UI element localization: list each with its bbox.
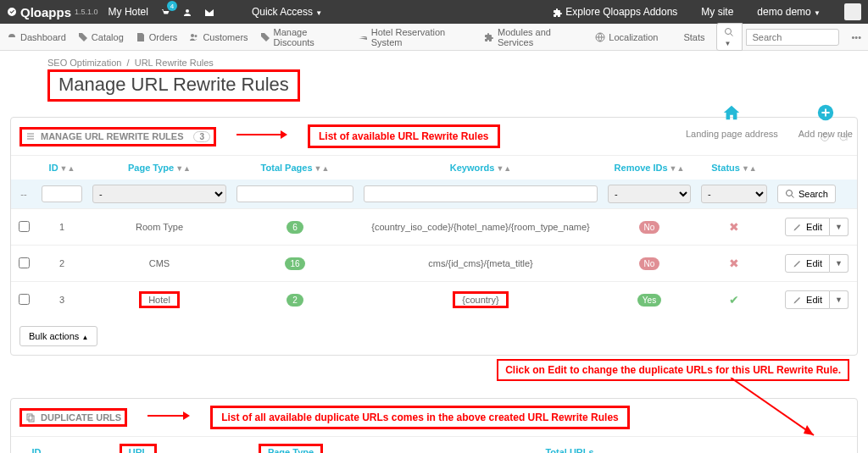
panel-rules-title-box: MANAGE URL REWRITE RULES 3 — [19, 127, 216, 146]
avatar[interactable] — [844, 3, 861, 20]
search-button[interactable]: Search — [777, 185, 836, 203]
menu-customers[interactable]: Customers — [189, 32, 248, 42]
explore-addons[interactable]: Explore Qloapps Addons — [553, 6, 677, 18]
puzzle-icon — [484, 32, 494, 42]
menubar: Dashboard Catalog Orders Customers Manag… — [0, 24, 868, 51]
menu-stats[interactable]: Stats — [670, 32, 704, 42]
panel-dup-title-box: DUPLICATE URLS — [19, 408, 127, 427]
annotation-arrow-icon — [236, 129, 287, 144]
rules-table: ID▼▲ Page Type▼▲ Total Pages▼▲ Keywords▼… — [11, 156, 857, 318]
menu-discounts[interactable]: Manage Discounts — [260, 27, 346, 47]
table-row: 2 CMS 16 cms/{id_cms}/{meta_title} No ✖ … — [11, 246, 857, 282]
menu-orders[interactable]: Orders — [136, 32, 178, 42]
quick-access[interactable]: Quick Access ▼ — [252, 6, 322, 18]
my-hotel-link[interactable]: My Hotel — [108, 6, 148, 18]
dup-col-total[interactable]: Total URLs — [367, 437, 772, 453]
row-checkbox[interactable] — [19, 221, 30, 232]
menu-reservation[interactable]: Hotel Reservation System — [358, 27, 472, 47]
bed-icon — [358, 32, 368, 42]
search-icon — [785, 189, 795, 199]
menu-localization[interactable]: Localization — [595, 32, 658, 42]
col-id[interactable]: ID▼▲ — [36, 156, 87, 180]
row-id: 1 — [36, 209, 87, 246]
row-keywords: {country} — [359, 282, 603, 318]
mail-icon[interactable] — [204, 6, 214, 18]
edit-dropdown[interactable]: ▼ — [830, 218, 849, 236]
filter-total-input[interactable] — [236, 185, 353, 202]
row-page-type: Room Type — [87, 209, 231, 246]
landing-page-button[interactable]: Landing page address — [686, 103, 778, 139]
menu-dashboard[interactable]: Dashboard — [7, 32, 66, 42]
row-remove-ids[interactable]: No — [603, 246, 696, 282]
chart-icon — [670, 32, 680, 42]
breadcrumb: SEO Optimization / URL Rewrite Rules — [47, 58, 858, 68]
brand[interactable]: Qloapps — [7, 5, 71, 19]
rules-count: 3 — [193, 131, 210, 142]
annotation-arrow-icon — [722, 378, 824, 445]
panel-rules-annotation: List of available URL Rewrite Rules — [308, 124, 500, 148]
row-page-type: Hotel — [87, 282, 231, 318]
col-keywords[interactable]: Keywords▼▲ — [359, 156, 603, 180]
row-checkbox[interactable] — [19, 257, 30, 268]
bulk-actions-button[interactable]: Bulk actions ▲ — [19, 326, 97, 346]
row-status[interactable]: ✖ — [696, 209, 772, 246]
menu-catalog[interactable]: Catalog — [78, 32, 124, 42]
row-checkbox[interactable] — [19, 294, 30, 305]
more-menu[interactable]: ••• — [851, 32, 861, 42]
page-title: Manage URL Rewrite Rules — [58, 74, 289, 96]
user-icon[interactable] — [182, 6, 192, 18]
row-remove-ids[interactable]: Yes — [603, 282, 696, 318]
svg-line-7 — [731, 378, 814, 435]
edit-button[interactable]: Edit — [785, 290, 830, 309]
puzzle-icon — [553, 8, 563, 18]
home-icon — [686, 103, 778, 127]
file-icon — [136, 32, 146, 42]
row-total: 16 — [231, 246, 359, 282]
col-page-type[interactable]: Page Type▼▲ — [87, 156, 231, 180]
cart-icon[interactable]: 4 — [160, 6, 170, 18]
page-title-box: Manage URL Rewrite Rules — [47, 69, 300, 102]
filter-dash: -- — [11, 180, 36, 209]
check-circle-icon — [7, 7, 17, 17]
svg-marker-8 — [804, 425, 814, 435]
search-scope-button[interactable]: ▼ — [716, 23, 743, 51]
version: 1.5.1.0 — [75, 8, 98, 16]
col-remove-ids[interactable]: Remove IDs▼▲ — [603, 156, 696, 180]
row-page-type: CMS — [87, 246, 231, 282]
annotation-arrow-icon — [147, 410, 190, 425]
user-menu[interactable]: demo demo ▼ — [757, 6, 821, 18]
my-site[interactable]: My site — [701, 6, 733, 18]
dup-col-page-type[interactable]: Page Type — [214, 437, 367, 453]
menu-modules[interactable]: Modules and Services — [484, 27, 583, 47]
edit-dropdown[interactable]: ▼ — [830, 290, 849, 309]
edit-button[interactable]: Edit — [785, 218, 830, 236]
row-status[interactable]: ✖ — [696, 246, 772, 282]
row-remove-ids[interactable]: No — [603, 209, 696, 246]
cart-badge: 4 — [167, 1, 177, 11]
filter-remove-ids-select[interactable]: - — [608, 185, 691, 203]
filter-id-input[interactable] — [42, 185, 82, 202]
filter-keywords-input[interactable] — [364, 185, 598, 202]
dup-col-id[interactable]: ID — [11, 437, 62, 453]
tag-icon — [78, 32, 88, 42]
row-status[interactable]: ✔ — [696, 282, 772, 318]
col-total-pages[interactable]: Total Pages▼▲ — [231, 156, 359, 180]
dup-col-url[interactable]: URL — [62, 437, 214, 453]
filter-page-type-select[interactable]: - — [92, 185, 226, 203]
svg-rect-9 — [27, 414, 32, 420]
panel-rules-title: MANAGE URL REWRITE RULES — [41, 131, 183, 141]
copy-icon — [25, 412, 36, 423]
edit-button[interactable]: Edit — [785, 254, 830, 273]
col-status[interactable]: Status▼▲ — [696, 156, 772, 180]
row-keywords: cms/{id_cms}/{meta_title} — [359, 246, 603, 282]
edit-dropdown[interactable]: ▼ — [830, 254, 849, 273]
filter-status-select[interactable]: - — [701, 185, 767, 203]
panel-dup-annotation: List of all available duplicate URLs com… — [210, 406, 630, 429]
plus-circle-icon — [798, 103, 853, 127]
global-search-input[interactable] — [746, 29, 839, 46]
add-rule-button[interactable]: Add new rule — [798, 103, 853, 139]
search-icon — [724, 27, 734, 37]
row-total: 6 — [231, 209, 359, 246]
panel-dup-title: DUPLICATE URLS — [41, 412, 121, 423]
row-keywords: {country_iso_code}/{hotel_name}/{room_ty… — [359, 209, 603, 246]
